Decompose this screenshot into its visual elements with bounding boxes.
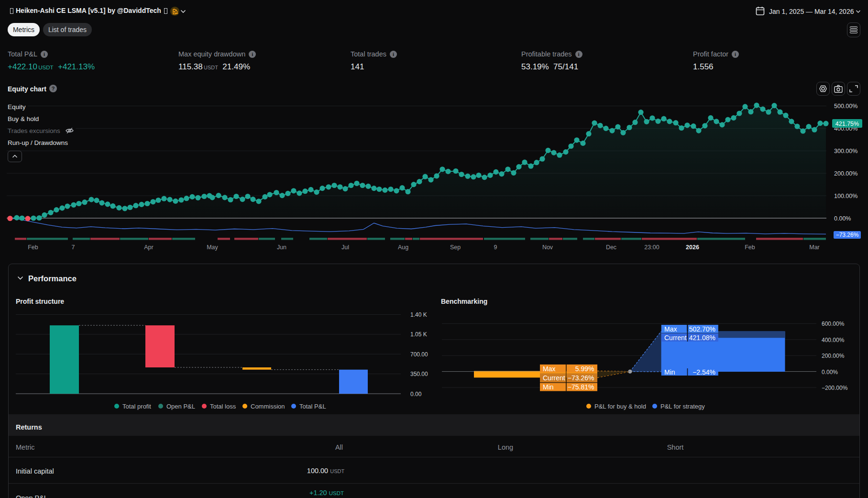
- svg-text:5.99%: 5.99%: [575, 365, 594, 373]
- svg-text:300.00%: 300.00%: [834, 148, 857, 155]
- svg-text:−75.81%: −75.81%: [568, 383, 594, 391]
- svg-text:200.00%: 200.00%: [822, 353, 845, 359]
- svg-text:9: 9: [494, 244, 497, 251]
- svg-text:Apr: Apr: [144, 244, 153, 251]
- svg-text:Aug: Aug: [398, 244, 408, 251]
- svg-text:P&L for buy & hold: P&L for buy & hold: [594, 403, 646, 410]
- svg-text:Feb: Feb: [745, 244, 755, 251]
- svg-text:Sep: Sep: [450, 244, 461, 251]
- svg-text:Total profit: Total profit: [122, 403, 151, 410]
- svg-text:1.05 K: 1.05 K: [410, 331, 427, 338]
- svg-text:May: May: [207, 244, 218, 251]
- svg-text:Min: Min: [543, 383, 554, 391]
- svg-text:−73.26%: −73.26%: [836, 232, 859, 238]
- svg-text:Jul: Jul: [341, 244, 349, 251]
- svg-text:600.00%: 600.00%: [822, 321, 845, 327]
- svg-text:500.00%: 500.00%: [834, 103, 857, 110]
- svg-text:Dec: Dec: [606, 244, 616, 251]
- svg-text:0.00%: 0.00%: [822, 369, 838, 376]
- svg-text:Jun: Jun: [277, 244, 286, 251]
- svg-text:700.00: 700.00: [410, 351, 428, 358]
- svg-text:Current: Current: [664, 334, 687, 342]
- svg-text:Open P&L: Open P&L: [166, 403, 195, 410]
- svg-text:Total P&L: Total P&L: [299, 403, 326, 410]
- svg-text:502.70%: 502.70%: [689, 325, 715, 333]
- svg-text:Mar: Mar: [809, 244, 820, 251]
- svg-text:2026: 2026: [686, 244, 699, 251]
- svg-text:P&L for strategy: P&L for strategy: [660, 403, 705, 410]
- svg-text:350.00: 350.00: [410, 371, 428, 377]
- svg-text:400.00%: 400.00%: [822, 337, 845, 343]
- svg-text:100.00%: 100.00%: [834, 193, 857, 199]
- svg-text:−200.00%: −200.00%: [822, 385, 848, 391]
- svg-text:−2.54%: −2.54%: [692, 368, 715, 376]
- svg-text:Nov: Nov: [542, 244, 553, 251]
- svg-text:Min: Min: [664, 368, 675, 376]
- svg-text:Feb: Feb: [28, 244, 38, 251]
- svg-text:Total loss: Total loss: [210, 403, 236, 410]
- svg-text:Max: Max: [543, 365, 555, 373]
- svg-text:1.40 K: 1.40 K: [410, 311, 427, 318]
- svg-text:421.75%: 421.75%: [835, 121, 859, 127]
- svg-text:23:00: 23:00: [644, 244, 659, 251]
- svg-text:−73.26%: −73.26%: [568, 374, 594, 382]
- svg-text:7: 7: [72, 244, 75, 251]
- svg-text:Commission: Commission: [251, 403, 285, 410]
- svg-text:200.00%: 200.00%: [834, 170, 857, 177]
- svg-text:Current: Current: [543, 374, 565, 382]
- svg-text:Max: Max: [664, 325, 677, 333]
- svg-text:0.00%: 0.00%: [834, 215, 851, 222]
- svg-text:421.08%: 421.08%: [689, 334, 715, 342]
- svg-text:0.00: 0.00: [410, 391, 422, 398]
